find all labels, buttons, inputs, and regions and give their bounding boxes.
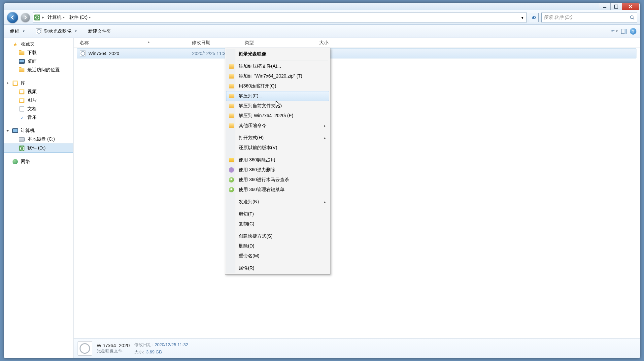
cm-separator <box>237 60 328 60</box>
forward-button[interactable] <box>21 13 30 22</box>
file-list[interactable]: Win7x64_2020 2020/12/25 11:32 光盘映像文件 3,8… <box>74 48 640 338</box>
videos-icon <box>19 89 24 94</box>
address-dropdown[interactable]: ▾ <box>519 14 525 21</box>
back-button[interactable] <box>7 12 18 23</box>
toolbar: 组织 刻录光盘映像 新建文件夹 ? <box>4 25 640 38</box>
cm-360-manage-menu[interactable]: 使用 360管理右键菜单 <box>226 185 329 195</box>
computer-group: 计算机 本地磁盘 (C:) 软件 (D:) <box>4 126 73 153</box>
svg-rect-1 <box>615 5 618 8</box>
svg-point-2 <box>630 16 633 18</box>
help-button[interactable]: ? <box>630 28 636 35</box>
details-thumbnail <box>78 341 92 356</box>
music-icon: ♪ <box>19 115 25 120</box>
cm-open-with-360zip[interactable]: 用360压缩打开(Q) <box>226 81 329 91</box>
sidebar-drive-d[interactable]: 软件 (D:) <box>4 144 73 153</box>
column-name[interactable]: 名称 <box>77 40 189 46</box>
refresh-button[interactable] <box>529 13 539 22</box>
context-menu: 刻录光盘映像 添加到压缩文件(A)... 添加到 "Win7x64_2020.z… <box>225 48 330 275</box>
file-row-selected[interactable]: Win7x64_2020 2020/12/25 11:32 光盘映像文件 3,8… <box>77 49 636 58</box>
cm-add-to-archive[interactable]: 添加到压缩文件(A)... <box>226 61 329 71</box>
sidebar-documents[interactable]: 文档 <box>4 105 73 113</box>
cm-cut[interactable]: 剪切(T) <box>226 209 329 219</box>
cm-rename[interactable]: 重命名(M) <box>226 251 329 261</box>
details-pane: Win7x64_2020 光盘映像文件 修改日期:2020/12/25 11:3… <box>74 338 640 358</box>
cm-burn-image[interactable]: 刻录光盘映像 <box>226 49 329 59</box>
details-filename: Win7x64_2020 <box>97 343 130 348</box>
cm-copy[interactable]: 复制(C) <box>226 219 329 229</box>
organize-button[interactable]: 组织 <box>8 27 27 36</box>
cm-add-to-zip[interactable]: 添加到 "Win7x64_2020.zip" (T) <box>226 71 329 81</box>
cm-separator <box>237 132 328 132</box>
details-date-value: 2020/12/25 11:32 <box>155 342 188 347</box>
cm-360-force-delete[interactable]: 使用 360强力删除 <box>226 165 329 175</box>
sidebar-favorites[interactable]: ★ 收藏夹 <box>4 40 73 49</box>
breadcrumb-drive-d[interactable]: 软件 (D:)▸ <box>68 14 92 21</box>
svg-rect-0 <box>603 7 606 8</box>
details-text: Win7x64_2020 光盘映像文件 <box>97 343 130 354</box>
desktop-icon <box>19 59 25 64</box>
cm-create-shortcut[interactable]: 创建快捷方式(S) <box>226 231 329 241</box>
column-size[interactable]: 大小 <box>295 40 331 46</box>
star-icon: ★ <box>12 41 18 47</box>
cm-restore-versions[interactable]: 还原以前的版本(V) <box>226 143 329 153</box>
cm-send-to[interactable]: 发送到(N) <box>226 197 329 207</box>
breadcrumb-computer[interactable]: 计算机▸ <box>46 14 66 21</box>
view-options-button[interactable] <box>611 28 618 35</box>
close-button[interactable] <box>622 3 639 10</box>
recent-icon <box>19 68 24 72</box>
manage-icon <box>229 187 234 192</box>
cm-delete[interactable]: 删除(D) <box>226 241 329 251</box>
sidebar-computer[interactable]: 计算机 <box>4 126 73 135</box>
libraries-group: 库 视频 图片 文档 ♪音乐 <box>4 79 73 122</box>
nav-sidebar: ★ 收藏夹 下载 桌面 最近访问的位置 库 视频 图片 文档 ♪音乐 计算机 本… <box>4 38 74 358</box>
sidebar-network[interactable]: 网络 <box>4 157 73 166</box>
network-icon <box>13 159 18 164</box>
cm-other-zip[interactable]: 其他压缩命令 <box>226 121 329 131</box>
sidebar-libraries[interactable]: 库 <box>4 79 73 87</box>
drive-icon <box>19 137 25 142</box>
library-icon <box>13 81 18 86</box>
archive-icon <box>229 84 234 88</box>
sidebar-recent[interactable]: 最近访问的位置 <box>4 66 73 74</box>
cm-properties[interactable]: 属性(R) <box>226 263 329 273</box>
archive-icon <box>229 74 234 79</box>
preview-pane-button[interactable] <box>621 28 627 35</box>
new-folder-button[interactable]: 新建文件夹 <box>85 27 114 36</box>
search-input[interactable]: 搜索 软件 (D:) <box>541 13 637 22</box>
scan-icon <box>229 177 234 182</box>
archive-icon <box>229 123 234 128</box>
sidebar-drive-c[interactable]: 本地磁盘 (C:) <box>4 135 73 144</box>
address-bar[interactable]: ▸ 计算机▸ 软件 (D:)▸ ▾ <box>33 13 527 22</box>
burn-disc-image-button[interactable]: 刻录光盘映像 <box>33 27 80 36</box>
archive-icon <box>229 114 234 118</box>
minimize-button[interactable] <box>599 3 611 10</box>
collapse-icon <box>6 130 9 133</box>
sidebar-pictures[interactable]: 图片 <box>4 96 73 105</box>
file-name: Win7x64_2020 <box>88 51 119 56</box>
pictures-icon <box>19 98 24 103</box>
column-date[interactable]: 修改日期 <box>189 40 242 46</box>
cm-360-trojan-scan[interactable]: 使用 360进行木马云查杀 <box>226 175 329 185</box>
sidebar-desktop[interactable]: 桌面 <box>4 57 73 66</box>
cm-separator <box>237 230 328 230</box>
svg-rect-6 <box>613 30 614 31</box>
column-type[interactable]: 类型 <box>242 40 295 46</box>
sidebar-music[interactable]: ♪音乐 <box>4 113 73 122</box>
folder-icon <box>19 51 24 55</box>
maximize-button[interactable] <box>610 3 622 10</box>
disc-icon <box>36 28 42 34</box>
cm-open-with[interactable]: 打开方式(H) <box>226 133 329 143</box>
cm-separator <box>237 196 328 196</box>
explorer-window: ▸ 计算机▸ 软件 (D:)▸ ▾ 搜索 软件 (D:) 组织 刻录光盘映像 新… <box>4 3 640 358</box>
sidebar-downloads[interactable]: 下载 <box>4 49 73 57</box>
cm-extract-here[interactable]: 解压到当前文件夹(X) <box>226 101 329 111</box>
details-filetype: 光盘映像文件 <box>97 348 130 354</box>
sidebar-videos[interactable]: 视频 <box>4 87 73 96</box>
cm-360-unlock[interactable]: 使用 360解除占用 <box>226 155 329 165</box>
cm-extract-named[interactable]: 解压到 Win7x64_2020\ (E) <box>226 111 329 121</box>
svg-rect-7 <box>613 32 614 32</box>
force-delete-icon <box>229 167 234 173</box>
cm-extract-to[interactable]: 解压到(F)... <box>226 91 329 101</box>
computer-icon <box>12 128 18 133</box>
search-icon <box>629 15 635 20</box>
